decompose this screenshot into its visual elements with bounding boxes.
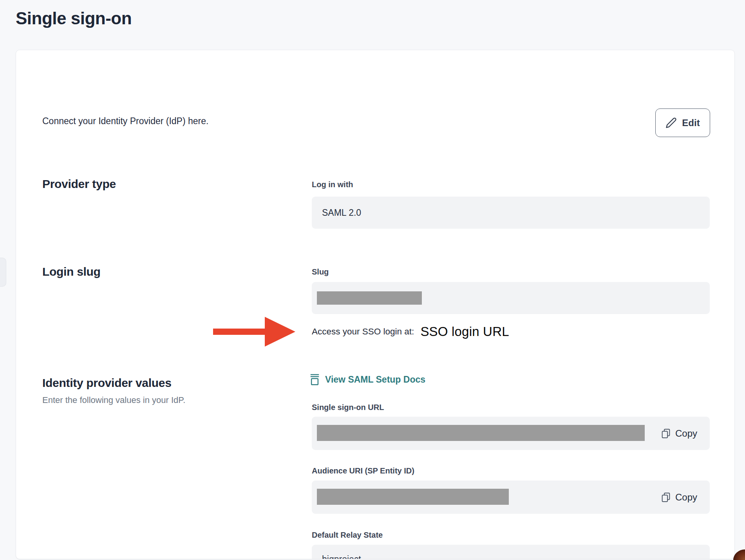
edit-button-label: Edit: [682, 117, 700, 128]
relay-state-value: bigproject: [312, 545, 710, 559]
slug-label: Slug: [312, 267, 329, 276]
redacted-audience-uri-value: [317, 489, 509, 505]
annotation-arrow-body: [213, 329, 266, 335]
idp-values-subheading: Enter the following values in your IdP.: [42, 395, 185, 405]
annotation-arrow-head: [265, 317, 295, 347]
idp-values-heading: Identity provider values: [42, 376, 172, 390]
sso-settings-card: Connect your Identity Provider (IdP) her…: [16, 50, 735, 559]
provider-type-heading: Provider type: [42, 177, 116, 191]
access-login-text: Access your SSO login at:: [312, 327, 414, 337]
corner-artifact: [733, 549, 745, 560]
page-title: Single sign-on: [16, 9, 132, 28]
copy-button-label: Copy: [675, 492, 697, 503]
sso-url-field: Copy: [312, 417, 710, 450]
sso-url-label: Single sign-on URL: [312, 403, 384, 412]
saml-docs-link-label: View SAML Setup Docs: [325, 374, 425, 385]
copy-icon: [660, 492, 671, 503]
edit-button[interactable]: Edit: [655, 108, 710, 137]
pencil-icon: [665, 117, 677, 128]
sso-settings-page: { "page": { "title": "Single sign-on" },…: [0, 0, 745, 560]
saml-docs-link[interactable]: View SAML Setup Docs: [310, 373, 425, 386]
copy-icon: [660, 428, 671, 439]
login-slug-heading: Login slug: [42, 265, 101, 278]
audience-uri-label: Audience URI (SP Entity ID): [312, 466, 414, 475]
redacted-sso-url-value: [317, 425, 645, 441]
provider-type-value: SAML 2.0: [312, 197, 710, 229]
intro-text: Connect your Identity Provider (IdP) her…: [42, 116, 208, 126]
provider-type-field: SAML 2.0: [312, 197, 710, 229]
login-with-label: Log in with: [312, 180, 353, 189]
relay-state-field: bigproject Copy: [312, 545, 710, 559]
redacted-slug-value: [317, 291, 422, 305]
copy-audience-uri-button[interactable]: Copy: [660, 492, 697, 503]
document-icon: [310, 374, 319, 385]
access-login-row: Access your SSO login at: SSO login URL: [312, 321, 509, 342]
copy-button-label: Copy: [675, 428, 697, 439]
relay-state-label: Default Relay State: [312, 531, 383, 540]
slug-field: [312, 282, 710, 314]
copy-sso-url-button[interactable]: Copy: [660, 428, 697, 439]
audience-uri-field: Copy: [312, 481, 710, 514]
sso-login-url-annotation: SSO login URL: [420, 324, 509, 339]
side-drawer-handle[interactable]: [0, 258, 6, 287]
